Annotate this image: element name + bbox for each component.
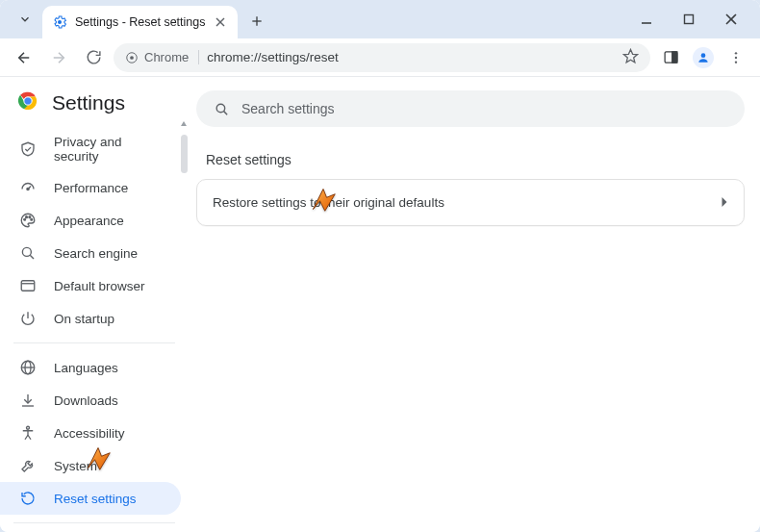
svg-point-19: [735, 56, 737, 58]
power-icon: [19, 310, 37, 327]
sidebar-item-label: Privacy and security: [54, 135, 169, 164]
sidebar-item-label: System: [54, 459, 97, 473]
sidebar-item-search-engine[interactable]: Search engine: [0, 237, 181, 269]
sidebar-item-label: Performance: [54, 181, 128, 195]
svg-marker-24: [181, 121, 187, 126]
svg-point-31: [22, 247, 31, 256]
sidebar-item-default-browser[interactable]: Default browser: [0, 269, 181, 302]
search-placeholder-text: Search settings: [241, 101, 335, 116]
tab-title: Settings - Reset settings: [75, 15, 205, 29]
sidebar-divider: [13, 342, 175, 343]
settings-title: Settings: [52, 91, 125, 114]
window-minimize-button[interactable]: [633, 6, 660, 33]
site-chip-label: Chrome: [144, 50, 189, 64]
chevron-right-icon: [721, 195, 728, 210]
address-bar[interactable]: Chrome chrome://settings/reset: [114, 43, 650, 72]
search-icon: [214, 101, 230, 117]
sidebar-item-accessibility[interactable]: Accessibility: [0, 417, 181, 449]
sidebar-divider: [13, 522, 175, 523]
reset-settings-card: Restore settings to their original defau…: [196, 179, 745, 226]
sidebar-item-languages[interactable]: Languages: [0, 351, 181, 384]
svg-point-12: [130, 56, 134, 60]
window-controls: [623, 0, 754, 38]
browser-tab-active[interactable]: Settings - Reset settings: [42, 6, 238, 38]
browser-window-icon: [19, 277, 37, 294]
sidebar-scrollbar[interactable]: [179, 119, 189, 173]
window-maximize-button[interactable]: [675, 6, 702, 33]
settings-main-panel: Search settings Reset settings Restore s…: [189, 77, 760, 532]
svg-line-49: [224, 111, 228, 114]
new-tab-button[interactable]: [243, 8, 270, 35]
sidebar-item-label: On startup: [54, 312, 114, 326]
svg-rect-6: [685, 15, 694, 24]
svg-rect-33: [21, 281, 35, 291]
nav-back-button[interactable]: [10, 43, 38, 72]
nav-forward-button[interactable]: [44, 43, 73, 72]
globe-icon: [19, 359, 37, 376]
svg-point-27: [24, 218, 26, 220]
svg-point-41: [27, 426, 30, 429]
svg-point-0: [58, 20, 62, 24]
shield-icon: [19, 140, 37, 158]
search-icon: [19, 244, 37, 262]
sidebar-item-privacy-security[interactable]: Privacy and security: [0, 127, 181, 171]
profile-avatar[interactable]: [693, 47, 714, 68]
sidebar-item-label: Accessibility: [54, 426, 125, 441]
window-close-button[interactable]: [718, 6, 745, 33]
sidebar-item-label: Appearance: [54, 214, 124, 228]
sidebar-item-reset-settings[interactable]: Reset settings: [0, 482, 181, 515]
restore-defaults-label: Restore settings to their original defau…: [213, 195, 444, 210]
svg-marker-50: [722, 197, 727, 207]
sidebar-item-label: Default browser: [54, 279, 145, 293]
sidebar-item-system[interactable]: System: [0, 449, 181, 482]
sidebar-item-label: Downloads: [54, 393, 118, 408]
sidebar-item-on-startup[interactable]: On startup: [0, 302, 181, 335]
browser-menu-button[interactable]: [722, 43, 750, 72]
tab-favicon-gear-icon: [52, 14, 67, 30]
svg-point-30: [31, 218, 33, 220]
reset-icon: [19, 490, 37, 507]
tab-search-button[interactable]: [12, 6, 38, 33]
browser-tab-strip: Settings - Reset settings: [0, 0, 760, 38]
sidebar-item-performance[interactable]: Performance: [0, 171, 181, 204]
side-panel-icon[interactable]: [656, 43, 685, 72]
speedometer-icon: [19, 179, 37, 196]
svg-point-48: [216, 104, 225, 113]
svg-line-32: [30, 255, 34, 259]
download-icon: [19, 392, 37, 409]
svg-marker-13: [623, 49, 637, 62]
svg-point-20: [735, 61, 737, 63]
site-chip[interactable]: Chrome: [125, 50, 199, 64]
sidebar-item-label: Languages: [54, 361, 118, 375]
svg-point-26: [27, 188, 29, 190]
sidebar-item-label: Search engine: [54, 246, 138, 261]
svg-point-18: [735, 52, 737, 54]
sidebar-item-appearance[interactable]: Appearance: [0, 204, 181, 237]
svg-point-29: [29, 216, 31, 218]
restore-defaults-row[interactable]: Restore settings to their original defau…: [197, 180, 744, 225]
sidebar-item-label: Reset settings: [54, 492, 137, 506]
browser-toolbar: Chrome chrome://settings/reset: [0, 38, 760, 77]
wrench-icon: [19, 457, 37, 474]
chrome-logo-icon: [17, 90, 38, 115]
section-title: Reset settings: [196, 137, 745, 179]
accessibility-icon: [19, 424, 37, 442]
svg-point-17: [701, 53, 706, 58]
sidebar-item-downloads[interactable]: Downloads: [0, 384, 181, 417]
palette-icon: [19, 212, 37, 229]
bookmark-star-icon[interactable]: [622, 48, 639, 67]
svg-point-28: [26, 216, 28, 218]
address-url: chrome://settings/reset: [207, 50, 339, 64]
svg-rect-16: [671, 52, 676, 63]
nav-reload-button[interactable]: [79, 43, 108, 72]
settings-search-input[interactable]: Search settings: [196, 90, 745, 127]
tab-close-button[interactable]: [213, 14, 228, 30]
settings-sidebar: Settings Privacy and security Performanc…: [0, 77, 189, 532]
